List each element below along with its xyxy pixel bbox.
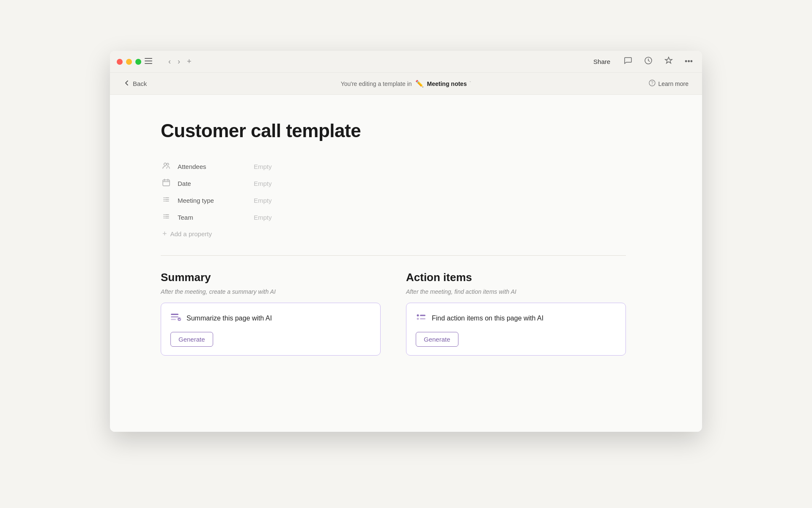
chevron-left-icon: ‹ xyxy=(168,57,171,66)
attendees-value: Empty xyxy=(254,163,272,170)
svg-rect-11 xyxy=(171,319,176,320)
svg-rect-2 xyxy=(145,63,152,64)
more-button[interactable]: ••• xyxy=(682,55,695,68)
action-items-ai-card: Find action items on this page with AI G… xyxy=(406,303,626,356)
svg-rect-9 xyxy=(171,314,178,315)
template-info: You're editing a template in ✏️ Meeting … xyxy=(341,80,472,88)
star-icon xyxy=(664,58,673,66)
chevron-right-icon: › xyxy=(178,57,180,66)
comment-icon xyxy=(624,58,632,66)
ellipsis-icon: ••• xyxy=(685,57,693,66)
history-button[interactable] xyxy=(642,55,655,69)
attendees-icon xyxy=(162,162,178,171)
svg-point-14 xyxy=(417,318,419,320)
plus-icon: + xyxy=(187,57,192,66)
attendees-label: Attendees xyxy=(178,163,254,170)
nav-forward-button[interactable]: › xyxy=(175,55,183,68)
summary-generate-button[interactable]: Generate xyxy=(170,332,213,347)
ai-sections: Summary After the meeting, create a summ… xyxy=(161,271,626,356)
bookmark-button[interactable] xyxy=(662,55,675,69)
sidebar-toggle-button[interactable] xyxy=(141,55,156,68)
action-items-generate-button[interactable]: Generate xyxy=(416,332,458,347)
add-property-label: Add a property xyxy=(170,230,212,237)
team-value: Empty xyxy=(254,214,272,221)
svg-rect-1 xyxy=(145,61,152,61)
meeting-type-icon xyxy=(162,196,178,205)
help-circle-icon: ? xyxy=(649,80,656,88)
hamburger-icon xyxy=(145,57,152,66)
property-attendees[interactable]: Attendees Empty xyxy=(161,158,457,174)
section-divider xyxy=(161,255,626,256)
plus-icon: + xyxy=(162,229,167,238)
action-items-section: Action items After the meeting, find act… xyxy=(406,271,626,356)
property-date[interactable]: Date Empty xyxy=(161,175,457,191)
svg-rect-8 xyxy=(163,180,170,186)
action-items-ai-title: Find action items on this page with AI xyxy=(432,315,543,322)
summary-ai-title: Summarize this page with AI xyxy=(187,315,272,322)
team-icon xyxy=(162,213,178,222)
property-meeting-type[interactable]: Meeting type Empty xyxy=(161,192,457,208)
page-title: Customer call template xyxy=(161,120,668,141)
svg-text:?: ? xyxy=(651,81,654,86)
maximize-button[interactable] xyxy=(135,59,141,65)
app-window: ‹ › + Share xyxy=(110,51,702,432)
properties-list: Attendees Empty Date Empty xyxy=(161,158,457,242)
svg-rect-16 xyxy=(420,318,425,320)
svg-rect-0 xyxy=(145,58,152,59)
editing-prefix-text: You're editing a template in xyxy=(341,80,412,87)
learn-more-button[interactable]: ? Learn more xyxy=(645,78,692,89)
comment-button[interactable] xyxy=(621,55,635,69)
template-emoji-icon: ✏️ xyxy=(415,80,424,88)
page-content: Customer call template Attendees Empty xyxy=(110,95,702,432)
nav-add-button[interactable]: + xyxy=(184,55,194,68)
titlebar-actions: Share xyxy=(589,55,695,69)
team-label: Team xyxy=(178,214,254,221)
back-button[interactable]: Back xyxy=(120,78,150,89)
svg-point-7 xyxy=(167,163,169,166)
date-label: Date xyxy=(178,180,254,187)
action-items-card-header: Find action items on this page with AI xyxy=(416,312,616,325)
close-button[interactable] xyxy=(117,59,123,65)
summary-ai-card: Summarize this page with AI Generate xyxy=(161,303,381,356)
nav-buttons: ‹ › + xyxy=(166,55,194,68)
arrow-left-icon xyxy=(123,80,130,88)
meeting-type-value: Empty xyxy=(254,197,272,204)
date-icon xyxy=(162,179,178,188)
nav-back-button[interactable]: ‹ xyxy=(166,55,173,68)
chevron-icon: ` xyxy=(469,80,472,87)
traffic-lights xyxy=(117,59,141,65)
action-items-subtitle: After the meeting, find action items wit… xyxy=(406,288,626,295)
summary-section: Summary After the meeting, create a summ… xyxy=(161,271,381,356)
svg-rect-15 xyxy=(420,315,425,316)
svg-point-6 xyxy=(164,163,167,166)
share-button[interactable]: Share xyxy=(589,56,614,67)
svg-rect-10 xyxy=(171,316,178,318)
topbar-right: ? Learn more xyxy=(645,78,692,89)
template-topbar: Back You're editing a template in ✏️ Mee… xyxy=(110,73,702,95)
summary-card-header: Summarize this page with AI xyxy=(170,312,371,325)
history-icon xyxy=(644,58,653,66)
add-property-button[interactable]: + Add a property xyxy=(161,226,457,242)
meeting-type-label: Meeting type xyxy=(178,197,254,204)
back-label: Back xyxy=(133,80,147,87)
action-items-title: Action items xyxy=(406,271,626,284)
template-name[interactable]: Meeting notes ` xyxy=(427,80,472,87)
summary-title: Summary xyxy=(161,271,381,284)
date-value: Empty xyxy=(254,180,272,187)
svg-point-12 xyxy=(178,318,181,321)
summarize-ai-icon xyxy=(170,312,181,325)
property-team[interactable]: Team Empty xyxy=(161,209,457,225)
action-items-ai-icon xyxy=(416,312,427,325)
minimize-button[interactable] xyxy=(126,59,132,65)
summary-subtitle: After the meeting, create a summary with… xyxy=(161,288,381,295)
svg-point-13 xyxy=(417,315,419,317)
titlebar: ‹ › + Share xyxy=(110,51,702,73)
